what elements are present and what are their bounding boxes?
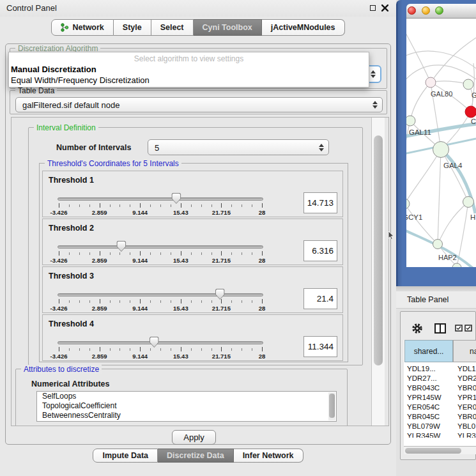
threshold-value-field[interactable]: 21.4 (303, 288, 337, 309)
threshold-value-field[interactable]: 14.713 (303, 192, 337, 213)
table-panel: shared... na YDL19...YDL1YDR27...YDR2YBR… (400, 311, 476, 460)
node-table: shared... na YDL19...YDL1YDR27...YDR2YBR… (404, 340, 476, 446)
table-panel-titlebar: Table Panel (396, 291, 476, 309)
slider-thumb[interactable] (215, 289, 225, 300)
slider-track[interactable] (58, 197, 263, 201)
tab-discretize-data[interactable]: Discretize Data (158, 449, 234, 463)
numerical-attributes-list[interactable]: SelfLoopsTopologicalCoefficientBetweenne… (36, 391, 337, 422)
threshold-label: Threshold 3 (49, 272, 94, 280)
node-gal4 (433, 142, 449, 158)
table-row[interactable]: YBR045CYBR0 (404, 412, 476, 422)
threshold-value-field[interactable]: 11.344 (303, 336, 337, 357)
table-rows: YDL19...YDL1YDR27...YDR2YBR043CYBR0YPR14… (404, 364, 476, 438)
threshold-value-field[interactable]: 6.316 (303, 240, 337, 261)
table-row[interactable]: YBR043CYBR0 (404, 383, 476, 393)
divider[interactable] (396, 286, 476, 291)
column-header-name[interactable]: na (453, 340, 476, 362)
table-row[interactable]: YDR27...YDR2 (404, 374, 476, 383)
threshold-box: Threshold 2-3.4262.8599.14415.4321.71528… (42, 219, 343, 265)
slider-ticks (59, 251, 262, 256)
node-gal80 (426, 77, 436, 88)
threshold-slider[interactable]: -3.4262.8599.14415.4321.71528 (58, 243, 263, 265)
slider-track[interactable] (58, 293, 263, 296)
table-row[interactable]: YBL079WYBL0 (404, 422, 476, 431)
slider-thumb[interactable] (116, 241, 126, 252)
tab-style[interactable]: Style (114, 19, 151, 36)
zoom-traffic-light[interactable] (435, 6, 443, 15)
threshold-label: Threshold 2 (49, 224, 94, 233)
minimize-traffic-light[interactable] (422, 6, 430, 15)
interval-definition-group: Interval Definition Number of Intervals … (28, 127, 363, 365)
cyni-toolbox-panel: Discretization Algorithm Table Data galF… (5, 43, 391, 445)
slider-track[interactable] (58, 341, 263, 344)
tab-cyni-toolbox[interactable]: Cyni Toolbox (194, 19, 262, 36)
table-row[interactable]: YDL19...YDL1 (404, 364, 476, 374)
table-data-group: Table Data galFiltered.sif default node (10, 90, 387, 114)
bottom-tab-bar: Impute DataDiscretize DataInfer Network (0, 449, 396, 463)
list-scrollbar[interactable] (328, 392, 335, 420)
table-data-combobox[interactable]: galFiltered.sif default node (15, 97, 383, 112)
interval-definition-title: Interval Definition (34, 123, 98, 132)
table-horizontal-scrollbar[interactable] (404, 446, 476, 454)
slider-track[interactable] (58, 245, 263, 249)
tab-infer-network[interactable]: Infer Network (234, 449, 303, 463)
close-icon[interactable] (381, 4, 388, 12)
table-row[interactable]: YPR145WYPR1 (404, 393, 476, 403)
split-columns-icon[interactable] (434, 323, 446, 334)
table-row[interactable]: YLR345WYLR3 (404, 431, 476, 438)
list-item[interactable]: SelfLoops (37, 392, 336, 401)
svg-text:GCY1: GCY1 (406, 213, 422, 221)
algorithm-option-equal-width[interactable]: Equal Width/Frequency Discretization (11, 75, 150, 85)
cell-name: YBR0 (457, 383, 476, 393)
svg-text:H: H (470, 213, 475, 221)
gear-icon[interactable] (411, 323, 423, 334)
settings-scroll-area: Interval Definition Number of Intervals … (11, 117, 389, 426)
threshold-slider[interactable]: -3.4262.8599.14415.4321.71528 (58, 339, 263, 360)
algorithm-option-manual[interactable]: Manual Discretization (11, 65, 96, 74)
svg-text:C: C (471, 118, 476, 125)
float-icon[interactable] (370, 5, 376, 11)
number-of-intervals-value: 5 (155, 142, 159, 152)
column-header-shared-name[interactable]: shared... (404, 340, 453, 362)
threshold-slider[interactable]: -3.4262.8599.14415.4321.71528 (58, 195, 263, 217)
node-red (465, 106, 476, 118)
network-view[interactable]: GAL80 G C GAL11 GAL4 GCY1 H HAP2 (406, 19, 476, 267)
slider-thumb[interactable] (150, 337, 159, 348)
algorithm-placeholder-option[interactable]: Select algorithm to view settings (9, 54, 369, 63)
slider-thumb[interactable] (171, 193, 181, 204)
tab-jactivemnodules[interactable]: jActiveMNodules (262, 19, 345, 36)
apply-button[interactable]: Apply (172, 430, 216, 445)
cell-name: YDR2 (457, 374, 476, 383)
tab-impute-data[interactable]: Impute Data (93, 449, 158, 463)
number-of-intervals-combobox[interactable]: 5 (148, 139, 329, 155)
mouse-cursor (388, 231, 395, 240)
slider-tick-labels: -3.4262.8599.14415.4321.71528 (59, 353, 262, 360)
checkbox-icon[interactable] (464, 325, 472, 332)
table-row[interactable]: YER054CYER0 (404, 403, 476, 412)
node-green2 (463, 197, 474, 208)
slider-ticks (59, 203, 262, 208)
settings-scrollbar[interactable] (371, 118, 385, 426)
cell-name: YBL0 (457, 422, 475, 431)
network-nodes[interactable] (406, 77, 476, 267)
table-data-value: galFiltered.sif default node (22, 100, 119, 110)
cell-shared-name: YDR27... (407, 374, 437, 383)
svg-text:GAL11: GAL11 (409, 128, 431, 136)
cell-name: YLR3 (457, 431, 476, 438)
network-window-titlebar[interactable] (406, 4, 476, 19)
cell-shared-name: YBR045C (407, 412, 440, 422)
network-window: GAL80 G C GAL11 GAL4 GCY1 H HAP2 (396, 0, 476, 286)
cell-shared-name: YDL19... (407, 364, 436, 374)
checkbox-icon[interactable] (455, 325, 463, 332)
list-item[interactable]: TopologicalCoefficient (37, 401, 336, 411)
close-traffic-light[interactable] (408, 6, 416, 15)
right-side: GAL80 G C GAL11 GAL4 GCY1 H HAP2 Table P… (396, 0, 476, 476)
tab-network[interactable]: Network (51, 19, 113, 36)
number-of-intervals-label: Number of Intervals (56, 143, 131, 152)
tab-label: Network (72, 20, 104, 36)
cell-name: YBR0 (457, 412, 476, 422)
threshold-slider[interactable]: -3.4262.8599.14415.4321.71528 (58, 291, 263, 312)
tab-select[interactable]: Select (151, 19, 194, 36)
cell-shared-name: YER054C (407, 403, 440, 412)
list-item[interactable]: BetweennessCentrality (37, 411, 336, 420)
